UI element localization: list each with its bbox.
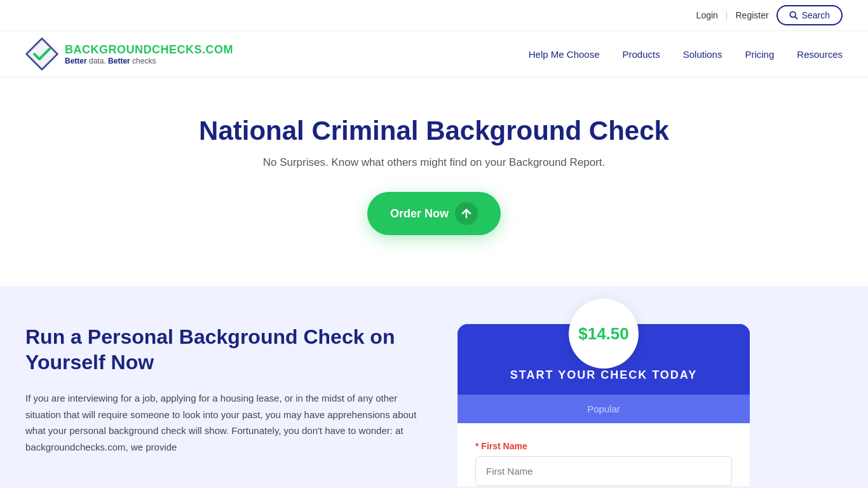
left-heading: Run a Personal Background Check on Yours… [25,324,419,375]
nav-resources[interactable]: Resources [797,49,843,60]
svg-point-0 [790,11,796,17]
logo-link[interactable]: BACKGROUNDCHECKS.COM Better data. Better… [25,37,233,71]
register-link[interactable]: Register [736,10,769,20]
first-name-input[interactable] [475,456,732,486]
logo-text: BACKGROUNDCHECKS.COM Better data. Better… [65,43,233,65]
svg-marker-3 [27,39,57,69]
main-nav: Help Me Choose Products Solutions Pricin… [529,49,843,60]
hero-subtitle: No Surprises. Know what others might fin… [13,156,855,169]
first-name-label: * First Name [475,441,732,451]
search-button-label: Search [802,10,830,20]
left-content: Run a Personal Background Check on Yours… [25,324,419,455]
order-arrow-icon [455,202,478,225]
nav-help-me-choose[interactable]: Help Me Choose [529,49,600,60]
logo-icon [25,37,58,71]
search-icon [789,11,798,20]
divider: | [726,10,728,20]
card-popular-bar: Popular [458,395,750,423]
site-header: BACKGROUNDCHECKS.COM Better data. Better… [0,31,868,78]
required-marker: * [475,441,478,451]
price-badge: $14.50 [569,299,639,369]
login-link[interactable]: Login [696,10,718,20]
search-button[interactable]: Search [776,5,843,25]
order-now-label: Order Now [390,207,449,220]
hero-section: National Criminal Background Check No Su… [0,78,868,286]
left-text: If you are interviewing for a job, apply… [25,390,419,455]
logo-title: BACKGROUNDCHECKS.COM [65,43,233,57]
card-header-title: START YOUR CHECK TODAY [470,369,737,382]
svg-line-1 [795,17,797,19]
right-card-wrapper: $14.50 START YOUR CHECK TODAY Popular * … [458,324,750,486]
nav-products[interactable]: Products [623,49,660,60]
lower-section: Run a Personal Background Check on Yours… [0,286,868,488]
order-now-button[interactable]: Order Now [367,192,501,235]
nav-pricing[interactable]: Pricing [745,49,774,60]
card-form: * First Name [458,423,750,486]
top-bar: Login | Register Search [0,0,868,31]
hero-title: National Criminal Background Check [13,116,855,146]
nav-solutions[interactable]: Solutions [683,49,722,60]
logo-subtitle: Better data. Better checks [65,57,233,65]
